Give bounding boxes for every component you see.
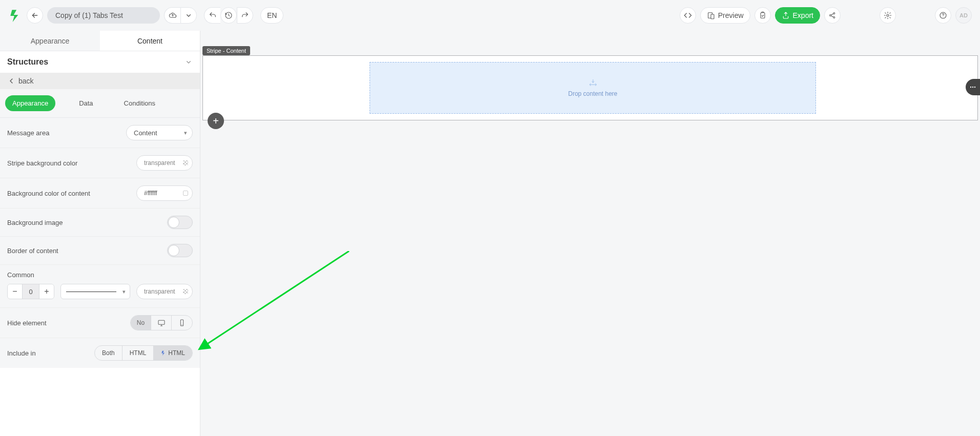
preview-button[interactable]: Preview: [700, 7, 750, 24]
hide-opt-no[interactable]: No: [131, 316, 151, 330]
include-opt-html[interactable]: HTML: [122, 346, 154, 360]
ellipsis-icon: [969, 83, 977, 91]
svg-point-4: [833, 13, 835, 14]
user-avatar[interactable]: AD: [955, 7, 972, 24]
border-content-toggle[interactable]: [167, 244, 193, 257]
message-area-label: Message area: [7, 129, 49, 137]
bg-image-label: Background image: [7, 219, 63, 226]
mobile-icon: [178, 319, 186, 327]
back-button[interactable]: [27, 7, 43, 24]
annotation-arrow: [195, 251, 354, 354]
document-title[interactable]: Copy of (1) Tabs Test: [47, 7, 160, 24]
prop-content-bg: Background color of content #ffffff: [0, 178, 200, 209]
export-button[interactable]: Export: [775, 7, 820, 24]
svg-rect-2: [761, 13, 765, 18]
svg-point-11: [970, 87, 971, 88]
hide-opt-mobile[interactable]: [172, 316, 192, 330]
back-label: back: [18, 77, 34, 85]
chevron-left-icon: [7, 77, 15, 85]
cloud-group: [164, 7, 197, 24]
drop-hint-text: Drop content here: [568, 90, 617, 97]
border-style-select[interactable]: [60, 284, 130, 299]
settings-button[interactable]: [880, 7, 896, 24]
drop-icon: [588, 79, 598, 86]
hide-opt-desktop[interactable]: [151, 316, 172, 330]
common-label: Common: [7, 271, 193, 279]
prop-border-content: Border of content: [0, 237, 200, 265]
stripe-element-label: Stripe - Content: [202, 46, 250, 55]
include-opt-both[interactable]: Both: [95, 346, 122, 360]
stepper-value: 0: [22, 284, 39, 299]
prop-bg-image: Background image: [0, 209, 200, 237]
amp-icon: [161, 350, 166, 356]
redo-button[interactable]: [237, 7, 253, 24]
subtab-data[interactable]: Data: [72, 95, 100, 111]
cloud-upload-button[interactable]: [164, 7, 180, 24]
structures-title: Structures: [7, 57, 48, 67]
stripe-bg-label: Stripe background color: [7, 159, 77, 167]
desktop-icon: [157, 319, 166, 327]
workspace: Appearance Content Structures back Appea…: [0, 31, 980, 436]
svg-point-6: [887, 14, 889, 16]
property-sub-tabs: Appearance Data Conditions: [0, 89, 200, 118]
language-button[interactable]: EN: [260, 7, 283, 24]
svg-rect-1: [711, 14, 714, 19]
top-toolbar: Copy of (1) Tabs Test EN Preview Export: [0, 0, 980, 31]
prop-stripe-bg: Stripe background color transparent: [0, 148, 200, 178]
structures-header[interactable]: Structures: [0, 51, 200, 73]
tab-appearance[interactable]: Appearance: [0, 31, 100, 51]
stepper-minus[interactable]: −: [8, 284, 22, 299]
back-row[interactable]: back: [0, 73, 200, 89]
history-group: [204, 7, 253, 24]
stripe-container[interactable]: Drop content here: [202, 55, 978, 120]
undo-button[interactable]: [204, 7, 220, 24]
content-bg-label: Background color of content: [7, 190, 90, 197]
content-bg-color[interactable]: #ffffff: [136, 185, 193, 201]
sidebar: Appearance Content Structures back Appea…: [0, 31, 200, 436]
svg-line-14: [200, 251, 349, 348]
include-in-label: Include in: [7, 349, 36, 357]
common-color[interactable]: transparent: [136, 284, 193, 299]
prop-message-area: Message area Content: [0, 118, 200, 148]
history-button[interactable]: [220, 7, 237, 24]
drop-zone[interactable]: Drop content here: [370, 62, 816, 114]
chevron-down-icon: [185, 58, 193, 66]
include-opt-amp-html[interactable]: HTML: [154, 346, 192, 360]
bg-image-toggle[interactable]: [167, 216, 193, 229]
prop-include-in: Include in Both HTML HTML: [0, 338, 200, 368]
svg-point-12: [972, 87, 973, 88]
sidebar-top-tabs: Appearance Content: [0, 31, 200, 51]
clipboard-button[interactable]: [754, 7, 771, 24]
app-logo: [8, 8, 23, 23]
prop-common: Common − 0 + transparent: [0, 265, 200, 308]
stepper-plus[interactable]: +: [39, 284, 54, 299]
svg-point-10: [181, 324, 182, 325]
svg-point-3: [830, 15, 831, 16]
hide-element-group: No: [130, 315, 193, 330]
svg-rect-8: [158, 320, 165, 324]
subtab-conditions[interactable]: Conditions: [117, 95, 162, 111]
svg-point-13: [974, 87, 975, 88]
prop-hide-element: Hide element No: [0, 308, 200, 338]
tab-content[interactable]: Content: [100, 31, 200, 51]
include-in-group: Both HTML HTML: [94, 345, 193, 361]
svg-point-5: [833, 17, 835, 18]
add-stripe-button[interactable]: +: [208, 113, 224, 129]
floating-more-button[interactable]: [966, 79, 980, 95]
hide-element-label: Hide element: [7, 319, 47, 327]
share-button[interactable]: [824, 7, 841, 24]
subtab-appearance[interactable]: Appearance: [5, 95, 55, 111]
cloud-dropdown-button[interactable]: [180, 7, 197, 24]
stripe-bg-color[interactable]: transparent: [136, 155, 193, 171]
common-stepper[interactable]: − 0 +: [7, 284, 54, 299]
border-content-label: Border of content: [7, 247, 58, 255]
code-view-button[interactable]: [680, 7, 696, 24]
help-button[interactable]: [935, 7, 951, 24]
message-area-select[interactable]: Content: [126, 125, 193, 140]
canvas-area: Stripe - Content HTML Drop content here …: [200, 31, 980, 436]
